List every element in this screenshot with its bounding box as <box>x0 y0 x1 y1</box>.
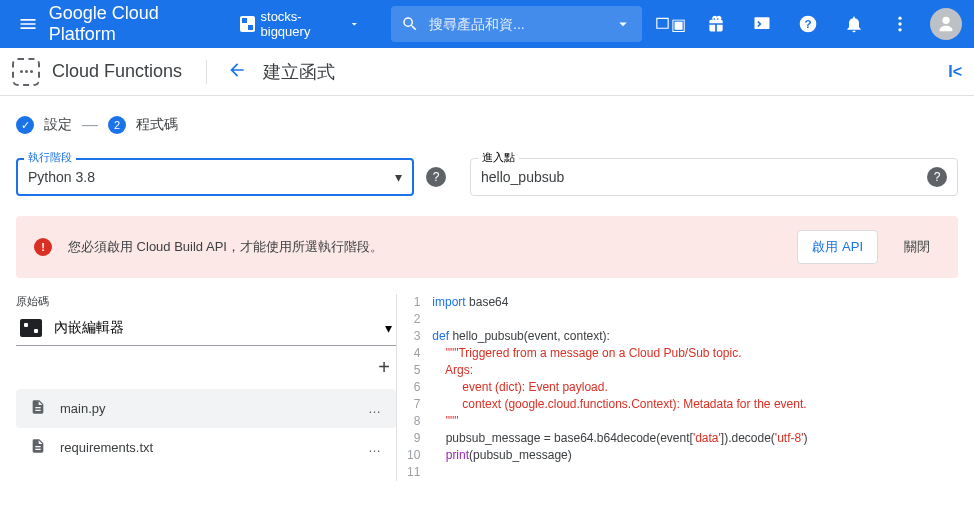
error-icon: ! <box>34 238 52 256</box>
entrypoint-label: 進入點 <box>478 150 519 165</box>
add-file-button[interactable]: + <box>378 356 390 379</box>
step2-badge: 2 <box>108 116 126 134</box>
file-item[interactable]: requirements.txt … <box>16 428 396 467</box>
sub-header: Cloud Functions 建立函式 I< <box>0 48 974 96</box>
more-icon[interactable] <box>884 8 916 40</box>
step2-label: 程式碼 <box>136 116 178 134</box>
svg-rect-0 <box>755 17 770 29</box>
stepper: ✓ 設定 — 2 程式碼 <box>0 96 974 158</box>
chevron-down-icon <box>348 17 361 31</box>
svg-point-6 <box>942 17 949 24</box>
source-value: 內嵌編輯器 <box>54 319 124 337</box>
entrypoint-help-icon[interactable]: ? <box>927 167 947 187</box>
svg-point-5 <box>898 28 901 31</box>
gcp-logo-text: Google Cloud Platform <box>49 3 214 45</box>
file-icon <box>30 438 46 457</box>
alert-message: 您必須啟用 Cloud Build API，才能使用所選執行階段。 <box>68 238 781 256</box>
step1-label: 設定 <box>44 116 72 134</box>
file-more-icon[interactable]: … <box>368 401 382 416</box>
svg-point-4 <box>898 22 901 25</box>
project-selector[interactable]: stocks-bigquery <box>230 3 371 45</box>
enable-api-button[interactable]: 啟用 API <box>797 230 878 264</box>
page-title: 建立函式 <box>263 60 335 84</box>
entrypoint-input[interactable]: hello_pubsub ? <box>470 158 958 196</box>
file-item[interactable]: main.py … <box>16 389 396 428</box>
runtime-field: 執行階段 Python 3.8 ▾ ? <box>16 158 446 196</box>
inline-editor-icon <box>20 319 42 337</box>
search-input[interactable] <box>429 16 604 32</box>
help-icon[interactable]: ? <box>792 8 824 40</box>
line-gutter: 1234567891011 <box>399 294 432 481</box>
svg-text:?: ? <box>804 17 811 30</box>
cloud-build-alert: ! 您必須啟用 Cloud Build API，才能使用所選執行階段。 啟用 A… <box>16 216 958 278</box>
chevron-down-icon[interactable] <box>614 15 632 33</box>
console-icon[interactable] <box>746 8 778 40</box>
file-name: requirements.txt <box>60 440 153 455</box>
runtime-help-icon[interactable]: ? <box>426 167 446 187</box>
code-content[interactable]: import base64 def hello_pubsub(event, co… <box>432 294 807 481</box>
top-header: Google Cloud Platform stocks-bigquery ▣ … <box>0 0 974 48</box>
gift-icon[interactable] <box>700 8 732 40</box>
source-field: 原始碼 內嵌編輯器 ▾ <box>16 294 396 346</box>
cloud-shell-icon[interactable]: ▣ <box>654 8 686 40</box>
cloud-functions-icon <box>12 58 40 86</box>
file-name: main.py <box>60 401 106 416</box>
chevron-down-icon: ▾ <box>385 320 392 336</box>
search-box[interactable] <box>391 6 642 42</box>
chevron-down-icon: ▾ <box>395 169 402 185</box>
entrypoint-field: 進入點 hello_pubsub ? <box>470 158 958 196</box>
service-title: Cloud Functions <box>52 61 182 82</box>
svg-point-3 <box>898 17 901 20</box>
back-button[interactable] <box>227 60 247 84</box>
account-avatar[interactable] <box>930 8 962 40</box>
file-icon <box>30 399 46 418</box>
search-icon <box>401 15 419 33</box>
source-select[interactable]: 內嵌編輯器 ▾ <box>16 313 396 346</box>
file-more-icon[interactable]: … <box>368 440 382 455</box>
project-name: stocks-bigquery <box>261 9 343 39</box>
hamburger-menu[interactable] <box>12 6 45 42</box>
code-editor[interactable]: 1234567891011 import base64 def hello_pu… <box>396 294 958 481</box>
file-list: main.py … requirements.txt … <box>16 389 396 467</box>
entrypoint-value: hello_pubsub <box>481 169 564 185</box>
step-complete-icon: ✓ <box>16 116 34 134</box>
runtime-label: 執行階段 <box>24 150 76 165</box>
source-label: 原始碼 <box>16 294 396 309</box>
step-connector: — <box>82 116 98 134</box>
notifications-icon[interactable] <box>838 8 870 40</box>
project-icon <box>240 16 254 32</box>
collapse-panel-icon[interactable]: I< <box>948 63 962 81</box>
divider <box>206 60 207 84</box>
runtime-value: Python 3.8 <box>28 169 95 185</box>
close-alert-button[interactable]: 關閉 <box>894 232 940 262</box>
